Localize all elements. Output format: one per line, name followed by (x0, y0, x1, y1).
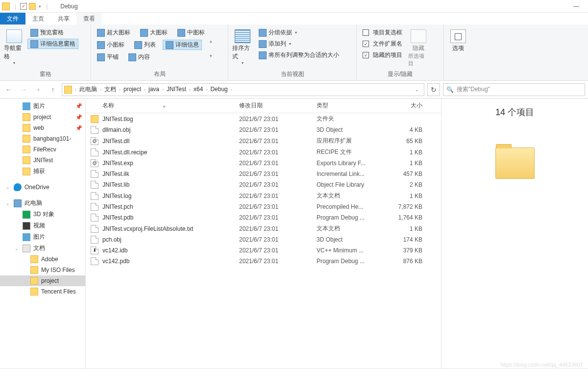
chevron-right-icon[interactable]: › (161, 87, 165, 92)
col-date[interactable]: 修改日期 (235, 101, 313, 110)
search-input[interactable]: 🔍 搜索"Debug" (443, 83, 585, 96)
item-checkboxes-toggle[interactable]: 项目复选框 (360, 27, 405, 38)
file-extensions-toggle[interactable]: 文件扩展名 (360, 39, 405, 49)
chevron-right-icon[interactable]: › (230, 87, 233, 92)
breadcrumb-item[interactable]: x64 (192, 86, 205, 93)
forward-button[interactable]: → (18, 84, 29, 96)
file-row[interactable]: JNITest.pch2021/6/7 23:01Precompiled He.… (86, 201, 441, 212)
l-icons-button[interactable]: 大图标 (137, 27, 171, 38)
xl-icons-button[interactable]: 超大图标 (94, 27, 133, 38)
breadcrumb-item[interactable]: JNITest (165, 86, 188, 93)
file-date: 2021/6/7 23:01 (235, 181, 313, 188)
sort-button[interactable]: 排序方式 ▾ (231, 27, 254, 67)
file-row[interactable]: JNITest.tlog2021/6/7 23:01文件夹 (86, 113, 441, 124)
file-row[interactable]: JNITest.vcxproj.FileListAbsolute.txt2021… (86, 223, 441, 234)
chevron-right-icon[interactable]: › (118, 87, 122, 92)
file-row[interactable]: vc142.idb2021/6/7 23:01VC++ Minimum ...3… (86, 245, 441, 256)
address-dropdown-icon[interactable]: ⌄ (412, 87, 422, 92)
tree-item[interactable]: project📌 (0, 112, 85, 123)
file-row[interactable]: dllmain.obj2021/6/7 23:013D Object4 KB (86, 124, 441, 135)
file-row[interactable]: JNITest.pdb2021/6/7 23:01Program Debug .… (86, 212, 441, 223)
chevron-right-icon[interactable]: › (143, 87, 147, 92)
file-row[interactable]: pch.obj2021/6/7 23:013D Object174 KB (86, 234, 441, 245)
breadcrumb-item[interactable]: 此电脑 (77, 86, 99, 93)
nav-tree[interactable]: 图片📌project📌web📌bangbang101-FileRecvJNITe… (0, 98, 86, 369)
breadcrumb-item[interactable]: project (122, 86, 143, 93)
chevron-right-icon[interactable]: › (188, 87, 192, 92)
file-row[interactable]: JNITest.dll.recipe2021/6/7 23:01RECIPE 文… (86, 147, 441, 158)
tree-item[interactable]: Adobe (0, 254, 85, 265)
file-type: Precompiled He... (313, 203, 386, 210)
tree-item[interactable]: 图片 (0, 231, 85, 243)
qat-folder-icon[interactable] (29, 3, 36, 10)
tiles-button[interactable]: 平铺 (94, 52, 122, 62)
file-row[interactable]: JNITest.log2021/6/7 23:01文本文档1 KB (86, 190, 441, 201)
tree-item[interactable]: JNITest (0, 155, 85, 166)
tree-item[interactable]: 图片📌 (0, 100, 85, 112)
col-size[interactable]: 大小 (386, 101, 426, 110)
tab-view[interactable]: 查看 (76, 13, 102, 25)
nav-pane-button[interactable]: 导航窗格 ▾ (3, 27, 25, 67)
tree-item[interactable]: 视频 (0, 220, 85, 231)
tree-item[interactable]: ⌄文档 (0, 243, 85, 254)
chevron-down-icon: ▾ (13, 61, 15, 65)
content-button[interactable]: 内容 (125, 52, 153, 62)
tree-item[interactable]: web📌 (0, 123, 85, 133)
tree-item[interactable]: My ISO Files (0, 265, 85, 275)
tab-home[interactable]: 主页 (25, 13, 51, 25)
preview-pane-button[interactable]: 预览窗格 (27, 27, 78, 38)
hide-icon (411, 29, 426, 43)
tree-item[interactable]: bangbang101- (0, 133, 85, 144)
tree-item[interactable]: 3D 对象 (0, 209, 85, 220)
tab-share[interactable]: 共享 (51, 13, 76, 25)
details-pane-button[interactable]: 详细信息窗格 (27, 39, 78, 49)
layout-scroll[interactable]: ▴▾ (210, 39, 212, 58)
tree-item[interactable]: Tencent Files (0, 286, 85, 297)
file-row[interactable]: JNITest.lib2021/6/7 23:01Object File Lib… (86, 179, 441, 190)
tree-item[interactable]: 捕获 (0, 166, 85, 177)
add-columns-button[interactable]: 添加列▾ (256, 39, 342, 49)
back-button[interactable]: ← (3, 84, 15, 96)
file-size: 65 KB (386, 138, 426, 145)
col-type[interactable]: 类型 (313, 101, 386, 110)
hide-selected-button[interactable]: 隐藏 所选项目 (407, 27, 430, 69)
expand-icon[interactable]: ⌄ (15, 246, 20, 251)
group-by-button[interactable]: 分组依据▾ (256, 27, 342, 38)
recent-dropdown[interactable]: ▾ (32, 84, 44, 96)
expand-icon[interactable]: ⌄ (6, 201, 11, 206)
up-button[interactable]: ↑ (47, 84, 59, 96)
breadcrumb-item[interactable]: 文档 (102, 86, 118, 93)
s-icons-button[interactable]: 小图标 (94, 40, 127, 50)
breadcrumb[interactable]: › 此电脑›文档›project›java›JNITest›x64›Debug›… (62, 83, 424, 96)
tree-item[interactable]: FileRecv (0, 144, 85, 155)
hidden-items-toggle[interactable]: 隐藏的项目 (360, 50, 405, 60)
list-icon (134, 41, 142, 49)
chevron-right-icon[interactable]: › (74, 87, 77, 92)
details-view-button[interactable]: 详细信息 (163, 40, 202, 50)
file-row[interactable]: JNITest.dll2021/6/7 23:01应用程序扩展65 KB (86, 135, 441, 147)
qat-dropdown-icon[interactable]: ▾ (39, 4, 41, 9)
minimize-button[interactable]: — (566, 0, 586, 13)
file-row[interactable]: JNITest.exp2021/6/7 23:01Exports Library… (86, 158, 441, 169)
list-button[interactable]: 列表 (131, 40, 159, 50)
breadcrumb-item[interactable]: java (147, 86, 161, 93)
file-list[interactable]: 名称▴ 修改日期 类型 大小 JNITest.tlog2021/6/7 23:0… (86, 98, 441, 369)
file-icon (91, 214, 98, 221)
pic-icon (23, 102, 30, 110)
tree-item[interactable]: ⌄OneDrive (0, 182, 85, 193)
nav-pane-icon (6, 29, 22, 43)
refresh-button[interactable]: ↻ (427, 83, 440, 96)
chevron-right-icon[interactable]: › (99, 87, 102, 92)
col-name[interactable]: 名称▴ (86, 101, 235, 110)
tree-item[interactable]: ⌄此电脑 (0, 197, 85, 209)
expand-icon[interactable]: ⌄ (6, 185, 11, 190)
tab-file[interactable]: 文件 (0, 13, 25, 25)
qat-checkbox-icon[interactable]: ✓ (20, 3, 27, 10)
m-icons-button[interactable]: 中图标 (174, 27, 208, 38)
file-row[interactable]: JNITest.ilk2021/6/7 23:01Incremental Lin… (86, 169, 441, 179)
fit-columns-button[interactable]: 将所有列调整为合适的大小 (256, 50, 342, 60)
file-row[interactable]: vc142.pdb2021/6/7 23:01Program Debug ...… (86, 256, 441, 267)
options-button[interactable]: 选项 (447, 27, 469, 54)
tree-item[interactable]: project (0, 275, 85, 286)
breadcrumb-item[interactable]: Debug (208, 86, 229, 93)
